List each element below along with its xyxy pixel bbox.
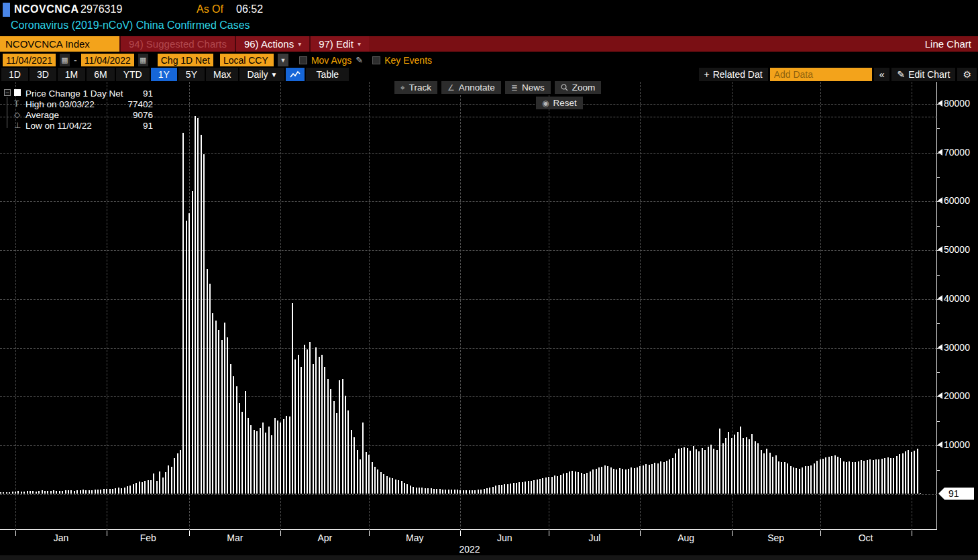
data-bar (531, 481, 532, 494)
window-bottom-strip (0, 555, 978, 560)
data-bar (610, 467, 612, 494)
calendar-icon[interactable]: ▦ (60, 54, 70, 66)
data-bar (663, 462, 665, 494)
data-bar (769, 453, 771, 494)
data-bar (174, 458, 175, 494)
chart-legend: – Price Change 1 Day Net91THigh on 03/03… (4, 88, 153, 131)
collapse-panel-button[interactable]: « (874, 68, 890, 81)
mov-avgs-pencil-icon[interactable]: ✎ (356, 55, 363, 65)
y-axis-minor-tick (936, 323, 940, 324)
security-index-button[interactable]: NCOVCNCA Index (0, 36, 119, 52)
data-bar (858, 461, 859, 494)
data-bar (469, 490, 470, 494)
data-bar (327, 379, 329, 494)
data-bar (474, 490, 476, 494)
menu-item-2[interactable]: 97) Edit▾ (309, 36, 369, 52)
data-bar (893, 458, 894, 494)
menu-items: 94) Suggested Charts96) Actions▾97) Edit… (119, 36, 369, 52)
legend-row-0[interactable]: Price Change 1 Day Net91 (4, 88, 153, 99)
data-bar (44, 491, 46, 494)
menu-item-0[interactable]: 94) Suggested Charts (119, 36, 235, 52)
track-button[interactable]: ⌖Track (394, 81, 437, 94)
data-bar (85, 490, 87, 494)
key-events-checkbox[interactable] (372, 56, 380, 64)
data-bar (144, 481, 146, 494)
calendar-icon[interactable]: ▦ (138, 54, 148, 66)
x-axis-month-label: Apr (317, 533, 332, 543)
edit-chart-button[interactable]: ✎Edit Chart (891, 68, 955, 81)
data-bar (772, 457, 773, 494)
range-tab-3d[interactable]: 3D (30, 68, 56, 81)
data-bar (218, 330, 219, 494)
data-bar (861, 460, 862, 494)
chart-type-button[interactable] (286, 68, 305, 81)
data-bar (292, 303, 293, 494)
mov-avgs-checkbox[interactable] (299, 56, 307, 64)
range-tab-5y[interactable]: 5Y (178, 68, 205, 81)
x-axis-tick (820, 530, 821, 536)
mov-avgs-label[interactable]: Mov Avgs (311, 55, 351, 66)
data-bar (796, 468, 797, 494)
chart-mode-label: Line Chart (925, 36, 971, 52)
data-bar (631, 467, 632, 494)
legend-collapse-icon[interactable]: – (4, 89, 11, 96)
data-bar (127, 486, 128, 494)
data-bar (59, 491, 60, 494)
data-bar (884, 458, 885, 494)
range-tab-1m[interactable]: 1M (58, 68, 85, 81)
menu-item-1[interactable]: 96) Actions▾ (235, 36, 309, 52)
data-bar (881, 459, 883, 494)
range-tab-1d[interactable]: 1D (1, 68, 28, 81)
range-tab-max[interactable]: Max (206, 68, 238, 81)
range-tabs: 1D3D1M6MYTD1Y5YMax (1, 68, 238, 81)
data-bar (604, 465, 606, 494)
chg-1d-net-button[interactable]: Chg 1D Net (158, 54, 213, 66)
data-bar (704, 450, 706, 494)
data-bar (3, 492, 4, 494)
legend-row-3[interactable]: ⊥Low on 11/04/2291 (4, 120, 153, 131)
chart-plot-area[interactable] (0, 82, 937, 530)
value-gridline (0, 445, 937, 446)
reset-zoom-button[interactable]: ◉Reset (536, 97, 583, 109)
table-tab[interactable]: Table (306, 68, 349, 81)
data-bar (224, 323, 225, 494)
data-bar (852, 462, 853, 494)
add-data-input[interactable] (770, 68, 872, 81)
key-events-label[interactable]: Key Events (384, 55, 432, 66)
annotate-button[interactable]: ∠Annotate (441, 81, 501, 94)
data-bar (442, 490, 443, 494)
y-axis-label: 20000 (938, 390, 970, 401)
data-bar (427, 488, 429, 494)
data-bar (339, 380, 340, 494)
data-bar (784, 462, 785, 494)
legend-row-2[interactable]: ◇Average9076 (4, 109, 153, 120)
data-bar (65, 490, 66, 494)
data-bar (899, 454, 900, 494)
data-bar (495, 486, 496, 494)
value-gridline (0, 299, 937, 300)
currency-dropdown-icon[interactable]: ▼ (278, 54, 288, 66)
x-axis-tick (280, 530, 281, 536)
tick-arrow-icon (938, 149, 942, 156)
zoom-button[interactable]: Zoom (555, 81, 602, 94)
range-tab-6m[interactable]: 6M (87, 68, 114, 81)
data-bar (920, 493, 921, 494)
data-bar (814, 463, 815, 494)
range-tab-ytd[interactable]: YTD (116, 68, 150, 81)
series-swatch-icon (14, 89, 25, 98)
legend-row-1[interactable]: THigh on 03/03/2277402 (4, 99, 153, 109)
news-button[interactable]: ≣News (505, 81, 551, 94)
data-bar (91, 490, 93, 494)
related-data-button[interactable]: +Related Dat (699, 68, 768, 81)
date-to-field[interactable]: 11/04/2022 (81, 54, 134, 66)
data-bar (283, 419, 284, 494)
data-bar (590, 471, 591, 494)
period-select[interactable]: Daily ▼ (239, 68, 284, 81)
currency-select[interactable]: Local CCY (220, 54, 274, 66)
data-bar (27, 491, 28, 494)
range-tab-1y[interactable]: 1Y (151, 68, 177, 81)
date-from-field[interactable]: 11/04/2021 (3, 54, 56, 66)
chart-settings-gear-icon[interactable]: ⚙ (957, 68, 977, 81)
data-bar (675, 453, 676, 494)
data-bar (802, 467, 803, 494)
